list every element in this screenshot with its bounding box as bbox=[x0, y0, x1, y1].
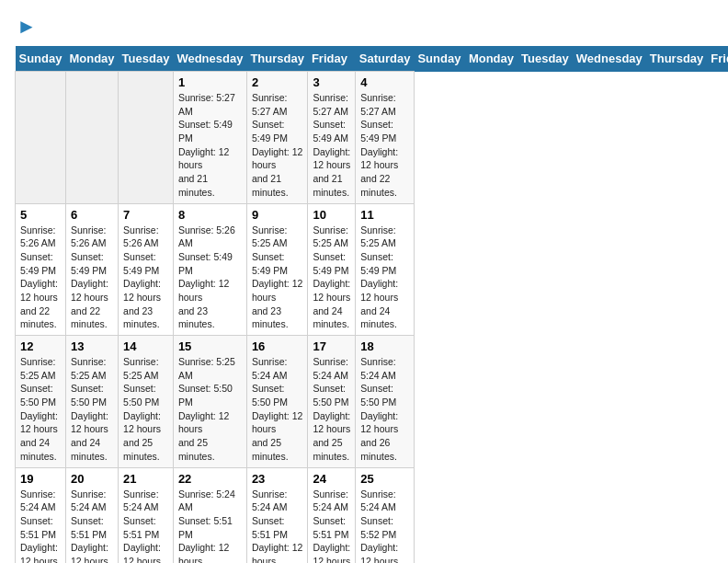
calendar-cell bbox=[119, 72, 174, 204]
day-number: 7 bbox=[123, 208, 168, 222]
calendar-cell: 11Sunrise: 5:25 AM Sunset: 5:49 PM Dayli… bbox=[356, 203, 415, 336]
day-number: 3 bbox=[313, 75, 350, 89]
day-info: Sunrise: 5:25 AM Sunset: 5:50 PM Dayligh… bbox=[178, 355, 242, 464]
calendar-cell: 6Sunrise: 5:26 AM Sunset: 5:49 PM Daylig… bbox=[65, 203, 118, 336]
day-number: 6 bbox=[71, 208, 113, 222]
day-info: Sunrise: 5:25 AM Sunset: 5:49 PM Dayligh… bbox=[360, 224, 409, 332]
day-info: Sunrise: 5:24 AM Sunset: 5:51 PM Dayligh… bbox=[178, 488, 242, 564]
day-number: 15 bbox=[178, 339, 242, 353]
day-of-week-header: Monday bbox=[65, 46, 118, 72]
day-of-week-header: Friday bbox=[308, 46, 356, 72]
day-of-week-header: Saturday bbox=[356, 46, 415, 72]
calendar-cell: 3Sunrise: 5:27 AM Sunset: 5:49 AM Daylig… bbox=[308, 72, 356, 204]
calendar-cell: 20Sunrise: 5:24 AM Sunset: 5:51 PM Dayli… bbox=[65, 467, 118, 563]
day-number: 10 bbox=[313, 208, 350, 222]
calendar-cell: 8Sunrise: 5:26 AM Sunset: 5:49 PM Daylig… bbox=[173, 203, 246, 336]
calendar-week-row: 12Sunrise: 5:25 AM Sunset: 5:50 PM Dayli… bbox=[16, 336, 729, 468]
calendar-cell: 12Sunrise: 5:25 AM Sunset: 5:50 PM Dayli… bbox=[16, 336, 66, 468]
calendar-cell: 17Sunrise: 5:24 AM Sunset: 5:50 PM Dayli… bbox=[308, 336, 356, 468]
day-info: Sunrise: 5:24 AM Sunset: 5:50 PM Dayligh… bbox=[360, 355, 409, 464]
day-of-week-header: Tuesday bbox=[518, 46, 573, 72]
calendar-cell: 23Sunrise: 5:24 AM Sunset: 5:51 PM Dayli… bbox=[246, 467, 308, 563]
day-info: Sunrise: 5:25 AM Sunset: 5:49 PM Dayligh… bbox=[252, 224, 303, 332]
day-info: Sunrise: 5:24 AM Sunset: 5:50 PM Dayligh… bbox=[313, 355, 350, 464]
calendar-table: SundayMondayTuesdayWednesdayThursdayFrid… bbox=[15, 46, 728, 563]
day-number: 19 bbox=[20, 472, 61, 486]
day-number: 8 bbox=[178, 208, 242, 222]
calendar-header-row: SundayMondayTuesdayWednesdayThursdayFrid… bbox=[16, 46, 729, 72]
day-info: Sunrise: 5:25 AM Sunset: 5:50 PM Dayligh… bbox=[71, 355, 113, 464]
calendar-cell: 4Sunrise: 5:27 AM Sunset: 5:49 PM Daylig… bbox=[356, 72, 415, 204]
day-number: 5 bbox=[20, 208, 61, 222]
day-number: 20 bbox=[71, 472, 113, 486]
calendar-cell bbox=[65, 72, 118, 204]
day-number: 9 bbox=[252, 208, 303, 222]
day-info: Sunrise: 5:24 AM Sunset: 5:51 PM Dayligh… bbox=[20, 488, 61, 564]
day-of-week-header: Sunday bbox=[16, 46, 66, 72]
calendar-cell: 25Sunrise: 5:24 AM Sunset: 5:52 PM Dayli… bbox=[356, 467, 415, 563]
calendar-cell: 7Sunrise: 5:26 AM Sunset: 5:49 PM Daylig… bbox=[119, 203, 174, 336]
day-of-week-header: Wednesday bbox=[173, 46, 246, 72]
day-of-week-header: Wednesday bbox=[573, 46, 646, 72]
day-info: Sunrise: 5:24 AM Sunset: 5:50 PM Dayligh… bbox=[252, 355, 303, 464]
calendar-cell: 21Sunrise: 5:24 AM Sunset: 5:51 PM Dayli… bbox=[119, 467, 174, 563]
calendar-cell: 14Sunrise: 5:25 AM Sunset: 5:50 PM Dayli… bbox=[119, 336, 174, 468]
calendar-cell: 5Sunrise: 5:26 AM Sunset: 5:49 PM Daylig… bbox=[16, 203, 66, 336]
day-of-week-header: Sunday bbox=[414, 46, 464, 72]
day-number: 1 bbox=[178, 75, 242, 89]
day-info: Sunrise: 5:27 AM Sunset: 5:49 PM Dayligh… bbox=[360, 91, 409, 200]
day-of-week-header: Thursday bbox=[246, 46, 308, 72]
day-of-week-header: Thursday bbox=[646, 46, 708, 72]
logo: ► bbox=[15, 15, 37, 39]
calendar-cell: 10Sunrise: 5:25 AM Sunset: 5:49 PM Dayli… bbox=[308, 203, 356, 336]
day-info: Sunrise: 5:25 AM Sunset: 5:50 PM Dayligh… bbox=[123, 355, 168, 464]
day-number: 13 bbox=[71, 339, 113, 353]
calendar-cell: 19Sunrise: 5:24 AM Sunset: 5:51 PM Dayli… bbox=[16, 467, 66, 563]
calendar-cell: 22Sunrise: 5:24 AM Sunset: 5:51 PM Dayli… bbox=[173, 467, 246, 563]
calendar-cell: 2Sunrise: 5:27 AM Sunset: 5:49 PM Daylig… bbox=[246, 72, 308, 204]
calendar-cell: 9Sunrise: 5:25 AM Sunset: 5:49 PM Daylig… bbox=[246, 203, 308, 336]
day-info: Sunrise: 5:26 AM Sunset: 5:49 PM Dayligh… bbox=[123, 224, 168, 332]
day-info: Sunrise: 5:25 AM Sunset: 5:49 PM Dayligh… bbox=[313, 224, 350, 332]
day-number: 17 bbox=[313, 339, 350, 353]
day-number: 16 bbox=[252, 339, 303, 353]
calendar-cell bbox=[16, 72, 66, 204]
day-number: 23 bbox=[252, 472, 303, 486]
day-of-week-header: Friday bbox=[707, 46, 728, 72]
day-number: 22 bbox=[178, 472, 242, 486]
calendar-cell: 18Sunrise: 5:24 AM Sunset: 5:50 PM Dayli… bbox=[356, 336, 415, 468]
day-info: Sunrise: 5:27 AM Sunset: 5:49 PM Dayligh… bbox=[178, 91, 242, 200]
day-info: Sunrise: 5:26 AM Sunset: 5:49 PM Dayligh… bbox=[71, 224, 113, 332]
day-info: Sunrise: 5:27 AM Sunset: 5:49 AM Dayligh… bbox=[313, 91, 350, 200]
day-info: Sunrise: 5:24 AM Sunset: 5:51 PM Dayligh… bbox=[71, 488, 113, 564]
day-info: Sunrise: 5:24 AM Sunset: 5:51 PM Dayligh… bbox=[313, 488, 350, 564]
day-number: 4 bbox=[360, 75, 409, 89]
calendar-cell: 16Sunrise: 5:24 AM Sunset: 5:50 PM Dayli… bbox=[246, 336, 308, 468]
day-info: Sunrise: 5:24 AM Sunset: 5:51 PM Dayligh… bbox=[123, 488, 168, 564]
calendar-week-row: 1Sunrise: 5:27 AM Sunset: 5:49 PM Daylig… bbox=[16, 72, 729, 204]
calendar-cell: 13Sunrise: 5:25 AM Sunset: 5:50 PM Dayli… bbox=[65, 336, 118, 468]
day-number: 2 bbox=[252, 75, 303, 89]
day-info: Sunrise: 5:27 AM Sunset: 5:49 PM Dayligh… bbox=[252, 91, 303, 200]
day-info: Sunrise: 5:24 AM Sunset: 5:51 PM Dayligh… bbox=[252, 488, 303, 564]
day-info: Sunrise: 5:26 AM Sunset: 5:49 PM Dayligh… bbox=[178, 224, 242, 332]
day-number: 11 bbox=[360, 208, 409, 222]
day-info: Sunrise: 5:24 AM Sunset: 5:52 PM Dayligh… bbox=[360, 488, 409, 564]
logo-bird-icon: ► bbox=[17, 15, 37, 39]
page-header: ► bbox=[15, 15, 713, 39]
calendar-cell: 24Sunrise: 5:24 AM Sunset: 5:51 PM Dayli… bbox=[308, 467, 356, 563]
calendar-cell: 1Sunrise: 5:27 AM Sunset: 5:49 PM Daylig… bbox=[173, 72, 246, 204]
day-number: 12 bbox=[20, 339, 61, 353]
day-of-week-header: Monday bbox=[465, 46, 518, 72]
day-info: Sunrise: 5:26 AM Sunset: 5:49 PM Dayligh… bbox=[20, 224, 61, 332]
day-number: 14 bbox=[123, 339, 168, 353]
day-number: 18 bbox=[360, 339, 409, 353]
day-of-week-header: Tuesday bbox=[119, 46, 174, 72]
day-number: 25 bbox=[360, 472, 409, 486]
day-number: 21 bbox=[123, 472, 168, 486]
day-number: 24 bbox=[313, 472, 350, 486]
calendar-week-row: 19Sunrise: 5:24 AM Sunset: 5:51 PM Dayli… bbox=[16, 467, 729, 563]
day-info: Sunrise: 5:25 AM Sunset: 5:50 PM Dayligh… bbox=[20, 355, 61, 464]
calendar-week-row: 5Sunrise: 5:26 AM Sunset: 5:49 PM Daylig… bbox=[16, 203, 729, 336]
calendar-cell: 15Sunrise: 5:25 AM Sunset: 5:50 PM Dayli… bbox=[173, 336, 246, 468]
